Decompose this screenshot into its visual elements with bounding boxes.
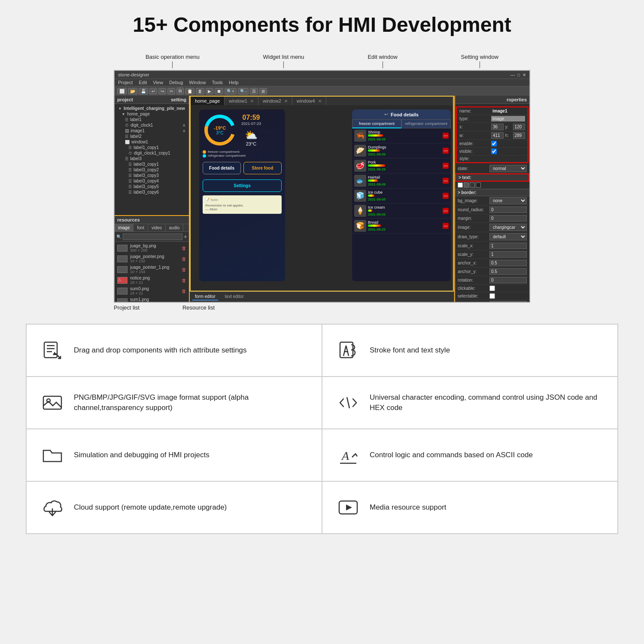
prop-color-swatch3[interactable] (470, 182, 475, 188)
prop-clickable-check[interactable] (489, 286, 495, 291)
prop-color-swatch2[interactable] (464, 182, 469, 188)
tree-label1-copy1[interactable]: ☰ label1_copy1 (115, 145, 189, 150)
toolbar-save[interactable]: 💾 (139, 88, 148, 94)
resource-item[interactable]: juage_pointer.png10 × 132 🗑 (115, 253, 189, 264)
tree-label3-copy1[interactable]: ☰ label3_copy1 (115, 161, 189, 167)
add-resource-button[interactable]: + (184, 233, 187, 240)
tree-label2[interactable]: ☰ label2 (115, 134, 189, 139)
tree-label3[interactable]: ☰ label3 (115, 156, 189, 161)
hmi-store-food-btn[interactable]: Store food (243, 162, 282, 174)
toolbar-redo[interactable]: ↪ (158, 88, 166, 94)
prop-x-input[interactable] (491, 124, 504, 130)
prop-bg-image-select[interactable]: none (489, 197, 527, 204)
resource-tab-image[interactable]: image (115, 224, 134, 231)
toolbar-grid[interactable]: ⊞ (259, 88, 267, 94)
menu-window[interactable]: Window (189, 80, 206, 85)
resource-item[interactable]: sum1.png18 × 21 (115, 296, 189, 302)
food-delete-btn[interactable]: — (443, 208, 449, 214)
menu-view[interactable]: View (153, 80, 163, 85)
ide-controls[interactable]: — □ ✕ (510, 73, 526, 77)
tab-home-page[interactable]: home_page (191, 97, 225, 105)
hmi-food-details-btn[interactable]: Food details (203, 162, 241, 174)
resource-search-input[interactable] (123, 234, 182, 240)
delete-icon[interactable]: 🗑 (182, 256, 186, 261)
prop-rotation-input[interactable] (489, 277, 527, 283)
prop-color-swatch1[interactable] (458, 182, 463, 188)
menu-project[interactable]: Project (118, 80, 133, 85)
food-delete-btn[interactable]: — (443, 193, 449, 199)
resource-item[interactable]: juage_pointer_1.png10 × 154 🗑 (115, 264, 189, 275)
back-icon[interactable]: ↩ (384, 112, 388, 117)
prop-anchor-y-input[interactable] (489, 268, 527, 275)
tab-form-editor[interactable]: form editor (192, 293, 218, 301)
food-delete-btn[interactable]: — (443, 178, 449, 184)
prop-state-select[interactable]: normal (489, 165, 527, 172)
prop-color-swatch4[interactable] (476, 182, 481, 188)
toolbar-align[interactable]: ☰ (250, 88, 258, 94)
prop-radius-input[interactable] (489, 207, 527, 213)
resource-item[interactable]: juage_bg.png300 × 200 🗑 (115, 243, 189, 253)
toolbar-stop[interactable]: ⏹ (215, 88, 223, 94)
food-delete-btn[interactable]: — (443, 223, 449, 229)
tab-window4[interactable]: window4 ✕ (292, 97, 326, 105)
food-delete-btn[interactable]: — (443, 148, 449, 154)
tree-home-page[interactable]: ▼ home_page (115, 111, 189, 117)
tab-window2[interactable]: window2 ✕ (258, 97, 292, 105)
tree-digit-clock1[interactable]: ⏱ digit_clock1 ∧ (115, 122, 189, 128)
tree-digit-copy1[interactable]: ⏱ digit_clock1_copy1 (115, 150, 189, 156)
delete-icon[interactable]: 🗑 (182, 267, 186, 272)
toolbar-undo[interactable]: ↩ (149, 88, 157, 94)
tree-label3-copy2[interactable]: ☰ label3_copy2 (115, 167, 189, 173)
food-tab-fridge[interactable]: refrigerator compartment (401, 119, 451, 128)
resource-tab-video[interactable]: video (148, 224, 166, 231)
toolbar-copy[interactable]: ⧉ (176, 88, 184, 94)
prop-y-input[interactable] (513, 124, 526, 130)
prop-visible-check[interactable] (491, 149, 497, 154)
tree-label1[interactable]: ☰ label1 (115, 117, 189, 122)
toolbar-zoomin[interactable]: 🔍+ (225, 88, 237, 94)
tree-label3-copy6[interactable]: ☰ label3_copy6 (115, 189, 189, 195)
toolbar-zoomout[interactable]: 🔍- (238, 88, 249, 94)
menu-help[interactable]: Help (229, 80, 239, 85)
toolbar-cut[interactable]: ✂ (167, 88, 175, 94)
tab-text-editor[interactable]: text editor (222, 293, 246, 301)
menu-debug[interactable]: Debug (169, 80, 183, 85)
delete-icon[interactable]: 🗑 (182, 278, 186, 283)
tree-label3-copy4[interactable]: ☰ label3_copy4 (115, 178, 189, 184)
prop-selectable-check[interactable] (489, 293, 495, 299)
tree-label3-copy3[interactable]: ☰ label3_copy3 (115, 173, 189, 178)
toolbar-run[interactable]: ▶ (206, 88, 213, 94)
prop-scale-y-input[interactable] (489, 251, 527, 258)
prop-enable-check[interactable] (491, 141, 497, 146)
resource-tab-audio[interactable]: audio (166, 224, 183, 231)
prop-margin-input[interactable] (489, 215, 527, 222)
prop-anim-select[interactable]: 4 (490, 301, 527, 302)
delete-icon[interactable]: 🗑 (182, 289, 186, 294)
menu-tools[interactable]: Tools (212, 80, 223, 85)
prop-w-input[interactable] (491, 132, 504, 139)
food-delete-btn[interactable]: — (443, 163, 449, 169)
resource-item[interactable]: ⚠ notice.png18 × 21 🗑 (115, 275, 189, 286)
resource-tab-font[interactable]: font (134, 224, 148, 231)
resource-item[interactable]: sum0.png18 × 21 🗑 (115, 286, 189, 296)
tree-label3-copy5[interactable]: ☰ label3_copy5 (115, 184, 189, 189)
prop-h-input[interactable] (513, 132, 526, 139)
toolbar-new[interactable]: ⬜ (117, 88, 127, 94)
tree-image1[interactable]: 🖼 image1 ∧ (115, 128, 189, 134)
prop-anchor-x-input[interactable] (489, 260, 527, 266)
tree-window1[interactable]: ⬜ window1 (115, 139, 189, 145)
toolbar-delete[interactable]: 🗑 (196, 88, 204, 94)
toolbar-paste[interactable]: 📋 (185, 88, 194, 94)
food-tab-freezer[interactable]: freezer compartment (352, 119, 401, 128)
annotation-project-list: Project list (114, 304, 140, 311)
menu-edit[interactable]: Edit (139, 80, 147, 85)
toolbar-open[interactable]: 📂 (128, 88, 137, 94)
prop-image-select[interactable]: chargingcar (489, 224, 527, 231)
hmi-settings-btn[interactable]: Settings (203, 179, 282, 192)
tree-root[interactable]: ▼ Intelligent_charging_pile_new (115, 106, 189, 111)
prop-scale-x-input[interactable] (489, 243, 527, 249)
food-delete-btn[interactable]: — (443, 133, 449, 139)
prop-draw-type-select[interactable]: default (489, 233, 527, 240)
delete-icon[interactable]: 🗑 (182, 246, 186, 251)
tab-window1[interactable]: window1 ✕ (225, 97, 258, 105)
